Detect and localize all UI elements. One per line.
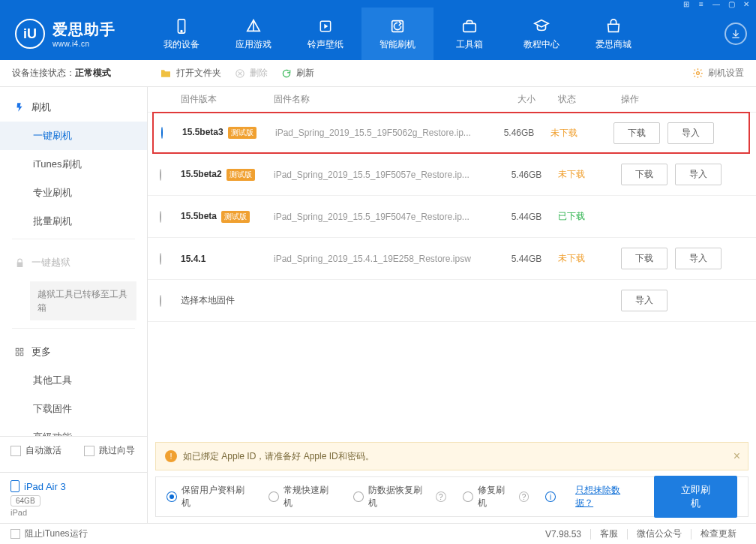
jailbreak-moved-note: 越狱工具已转移至工具箱: [30, 281, 136, 320]
firmware-row[interactable]: 选择本地固件导入: [148, 280, 756, 322]
row-radio[interactable]: [160, 169, 161, 181]
row-radio[interactable]: [160, 295, 161, 307]
auto-activate-checkbox[interactable]: [10, 446, 21, 456]
beta-badge: 测试版: [226, 169, 255, 181]
firmware-list: 15.5beta3测试版iPad_Spring_2019_15.5_19F506…: [148, 113, 756, 322]
flash-options-bar: 保留用户资料刷机 常规快速刷机 防数据恢复刷机? 修复刷机? i 只想抹除数据？…: [155, 476, 748, 517]
svg-rect-4: [464, 23, 476, 32]
support-link[interactable]: 客服: [591, 527, 627, 540]
nav-tools[interactable]: 工具箱: [434, 8, 506, 60]
tip-text: 如已绑定 Apple ID，请准备好 Apple ID和密码。: [183, 450, 374, 463]
delete-button[interactable]: 删除: [235, 67, 268, 80]
import-button[interactable]: 导入: [668, 122, 714, 144]
device-capacity: 64GB: [10, 495, 40, 506]
download-manager-icon[interactable]: [724, 23, 747, 45]
sidebar-group-jailbreak: 一键越狱: [0, 248, 147, 277]
nav-apps[interactable]: 应用游戏: [218, 8, 290, 60]
sidebar-group-more-label: 更多: [32, 345, 51, 359]
titlebar-max-icon[interactable]: ▢: [726, 0, 736, 8]
system-titlebar: ⊞ ≡ — ▢ ✕: [0, 0, 756, 8]
firmware-row[interactable]: 15.5beta测试版iPad_Spring_2019_15.5_19F5047…: [148, 196, 756, 238]
sidebar-group-more[interactable]: 更多: [0, 338, 147, 366]
check-update-link[interactable]: 检查更新: [692, 527, 746, 540]
tools-icon: [460, 17, 478, 35]
import-button[interactable]: 导入: [675, 164, 722, 185]
firmware-row[interactable]: 15.4.1iPad_Spring_2019_15.4.1_19E258_Res…: [148, 238, 756, 280]
sidebar-item-more-0[interactable]: 其他工具: [0, 366, 147, 395]
download-button[interactable]: 下载: [621, 248, 668, 269]
open-folder-button[interactable]: 打开文件夹: [160, 67, 221, 80]
titlebar-grid-icon[interactable]: ⊞: [681, 0, 692, 8]
nav-store[interactable]: 爱思商城: [578, 8, 650, 60]
mode-repair-label: 修复刷机: [478, 484, 513, 509]
help-icon[interactable]: ?: [519, 491, 530, 502]
firmware-size: 5.44GB: [495, 254, 558, 264]
mode-keep-data[interactable]: 保留用户资料刷机: [166, 484, 252, 509]
import-button[interactable]: 导入: [675, 248, 722, 269]
nav-ring[interactable]: 铃声壁纸: [290, 8, 362, 60]
refresh-icon: [281, 68, 292, 79]
flash-icon: [14, 101, 26, 113]
nav-flash[interactable]: 智能刷机: [362, 8, 434, 60]
row-radio[interactable]: [160, 253, 161, 265]
firmware-size: 5.46GB: [488, 128, 550, 138]
device-name: iPad Air 3: [24, 481, 66, 492]
flash-now-button[interactable]: 立即刷机: [654, 476, 737, 518]
mode-anti-label: 防数据恢复刷机: [368, 484, 430, 509]
sidebar-item-flash-1[interactable]: iTunes刷机: [0, 150, 147, 179]
ring-icon: [316, 17, 334, 35]
sidebar-item-more-2[interactable]: 高级功能: [0, 423, 147, 436]
sidebar-group-jailbreak-label: 一键越狱: [32, 256, 70, 269]
firmware-row[interactable]: 15.5beta3测试版iPad_Spring_2019_15.5_19F506…: [152, 112, 750, 154]
device-ipad-icon: [10, 480, 20, 492]
row-radio[interactable]: [161, 127, 163, 139]
device-card[interactable]: iPad Air 3 64GB iPad: [0, 472, 147, 523]
wechat-link[interactable]: 微信公众号: [628, 527, 691, 540]
status-bar: 阻止iTunes运行 V7.98.53 客服 微信公众号 检查更新: [0, 523, 756, 544]
nav-label: 工具箱: [456, 38, 483, 51]
device-icon: [172, 17, 190, 35]
download-button[interactable]: 下载: [621, 164, 668, 185]
sidebar: 刷机 一键刷机iTunes刷机专业刷机批量刷机 一键越狱 越狱工具已转移至工具箱…: [0, 87, 148, 523]
toolbar: 打开文件夹 删除 刷新 刷机设置: [148, 67, 756, 80]
sidebar-group-flash-label: 刷机: [32, 101, 51, 114]
mode-repair[interactable]: 修复刷机?: [463, 484, 530, 509]
app-logo: iU 爱思助手 www.i4.cn: [15, 19, 116, 49]
skip-guide-checkbox[interactable]: [84, 446, 94, 456]
mode-anti-recovery[interactable]: 防数据恢复刷机?: [353, 484, 446, 509]
firmware-row[interactable]: 15.5beta2测试版iPad_Spring_2019_15.5_19F505…: [148, 154, 756, 196]
refresh-button[interactable]: 刷新: [281, 67, 314, 80]
skip-guide-label: 跳过向导: [99, 444, 135, 457]
help-icon[interactable]: ?: [436, 491, 446, 502]
sidebar-item-flash-3[interactable]: 批量刷机: [0, 207, 147, 236]
logo-title: 爱思助手: [52, 20, 116, 40]
titlebar-close-icon[interactable]: ✕: [741, 0, 752, 8]
import-button[interactable]: 导入: [621, 290, 668, 311]
th-name: 固件名称: [274, 93, 495, 106]
only-erase-link[interactable]: 只想抹除数据？: [575, 484, 638, 509]
nav-label: 铃声壁纸: [308, 38, 344, 51]
titlebar-menu-icon[interactable]: ≡: [696, 0, 706, 8]
sidebar-item-flash-2[interactable]: 专业刷机: [0, 179, 147, 207]
row-radio[interactable]: [160, 211, 161, 223]
connection-state: 设备连接状态：正常模式: [0, 67, 148, 80]
sidebar-group-flash[interactable]: 刷机: [0, 93, 147, 122]
block-itunes-checkbox[interactable]: [10, 529, 20, 539]
nav-device[interactable]: 我的设备: [146, 8, 218, 60]
tip-close-icon[interactable]: ×: [734, 449, 740, 463]
beta-badge: 测试版: [221, 211, 250, 223]
logo-badge-icon: iU: [15, 19, 45, 49]
download-button[interactable]: 下载: [614, 122, 660, 144]
sidebar-item-more-1[interactable]: 下载固件: [0, 395, 147, 423]
sidebar-item-flash-0[interactable]: 一键刷机: [0, 122, 147, 150]
mode-normal[interactable]: 常规快速刷机: [268, 484, 337, 509]
titlebar-min-icon[interactable]: —: [711, 0, 722, 8]
logo-url: www.i4.cn: [52, 40, 116, 48]
info-icon[interactable]: i: [545, 491, 556, 502]
delete-label: 删除: [250, 67, 268, 80]
flash-settings-button[interactable]: 刷机设置: [692, 67, 744, 80]
firmware-filename: iPad_Spring_2019_15.5_19F5062g_Restore.i…: [275, 128, 488, 138]
nav-edu[interactable]: 教程中心: [506, 8, 578, 60]
firmware-version: 15.5beta3: [182, 127, 224, 137]
auto-activate-label: 自动激活: [26, 444, 62, 457]
